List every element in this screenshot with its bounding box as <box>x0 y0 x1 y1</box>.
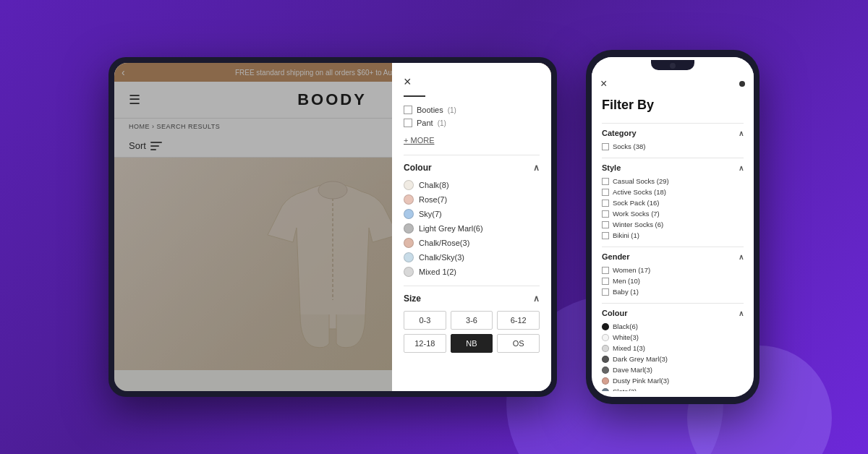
slate-dot <box>602 388 609 392</box>
lightgreymarl-label: Light Grey Marl(6) <box>419 224 483 233</box>
filter-more-button[interactable]: + MORE <box>404 136 540 145</box>
color-option-mixed[interactable]: Mixed 1(2) <box>404 267 540 277</box>
phone-darkgreymarl-row[interactable]: Dark Grey Marl(3) <box>602 355 744 363</box>
chalkrose-label: Chalk/Rose(3) <box>419 239 469 247</box>
size-3-6[interactable]: 3-6 <box>451 311 493 330</box>
phone-women-row[interactable]: Women (17) <box>602 266 744 274</box>
colour-section-header[interactable]: Colour ∧ <box>404 155 540 173</box>
phone-style-title: Style <box>602 163 621 172</box>
size-section-header[interactable]: Size ∧ <box>404 286 540 304</box>
mixed1-dot <box>602 345 609 352</box>
phone-category-header[interactable]: Category ∧ <box>602 123 744 142</box>
phone-close-button[interactable]: × <box>600 77 607 90</box>
phone-device: × Filter By Category ∧ Socks (38) <box>586 50 760 404</box>
modal-close-button[interactable]: × <box>404 74 540 90</box>
phone-casual-row[interactable]: Casual Socks (29) <box>602 177 744 185</box>
size-filter-section: Size ∧ 0-3 3-6 6-12 12-18 NB OS <box>404 286 540 353</box>
phone-men-checkbox[interactable] <box>602 278 609 285</box>
sky-label: Sky(7) <box>419 210 442 218</box>
phone-colour-chevron: ∧ <box>739 309 744 317</box>
dustypink-dot <box>602 377 609 385</box>
phone-bikini-label: Bikini (1) <box>613 231 639 239</box>
size-chevron-icon: ∧ <box>533 294 540 304</box>
phone-bikini-row[interactable]: Bikini (1) <box>602 231 744 239</box>
rose-label: Rose(7) <box>419 195 447 204</box>
colour-chevron-icon: ∧ <box>533 163 540 173</box>
phone-gender-header[interactable]: Gender ∧ <box>602 247 744 266</box>
phone-bikini-checkbox[interactable] <box>602 232 609 239</box>
phone-style-section: Style ∧ Casual Socks (29) Active Socks (… <box>602 158 744 239</box>
phone-colour-header[interactable]: Colour ∧ <box>602 303 744 322</box>
size-0-3[interactable]: 0-3 <box>404 311 446 330</box>
filter-row-booties[interactable]: Booties (1) <box>404 106 540 114</box>
colour-title: Colour <box>404 163 432 173</box>
phone-baby-checkbox[interactable] <box>602 288 609 296</box>
phone-men-row[interactable]: Men (10) <box>602 277 744 285</box>
phone-baby-row[interactable]: Baby (1) <box>602 288 744 296</box>
phone-davemarl-row[interactable]: Dave Marl(3) <box>602 366 744 374</box>
white-dot <box>602 334 609 341</box>
phone-worksocks-label: Work Socks (7) <box>613 210 660 218</box>
phone-white-row[interactable]: White(3) <box>602 333 744 341</box>
phone-mixed1-row[interactable]: Mixed 1(3) <box>602 344 744 352</box>
phone-sockpack-row[interactable]: Sock Pack (16) <box>602 199 744 207</box>
phone-active-row[interactable]: Active Socks (18) <box>602 188 744 196</box>
phone-active-checkbox[interactable] <box>602 189 609 196</box>
phone-wintersocks-row[interactable]: Winter Socks (6) <box>602 220 744 228</box>
black-dot <box>602 323 609 330</box>
pant-checkbox[interactable] <box>404 119 412 127</box>
chalk-label: Chalk(8) <box>419 181 449 189</box>
color-option-lightgreymarl[interactable]: Light Grey Marl(6) <box>404 223 540 234</box>
phone-casual-label: Casual Socks (29) <box>613 177 669 185</box>
phone-gender-chevron: ∧ <box>739 253 744 261</box>
color-option-chalk[interactable]: Chalk(8) <box>404 180 540 190</box>
booties-label: Booties <box>417 106 443 114</box>
phone-style-header[interactable]: Style ∧ <box>602 158 744 177</box>
phone-slate-label: Slate(3) <box>613 387 637 391</box>
phone-darkgreymarl-label: Dark Grey Marl(3) <box>613 355 668 363</box>
phone-davemarl-label: Dave Marl(3) <box>613 366 652 374</box>
filter-modal-panel: × Booties (1) Pant (1) <box>392 63 551 391</box>
chalksky-swatch <box>404 252 414 262</box>
phone-women-checkbox[interactable] <box>602 267 609 274</box>
filter-modal-overlay[interactable]: × Booties (1) Pant (1) <box>114 63 551 391</box>
mixed-label: Mixed 1(2) <box>419 267 456 276</box>
phone-gender-title: Gender <box>602 252 630 261</box>
size-6-12[interactable]: 6-12 <box>497 311 540 330</box>
phone-casual-checkbox[interactable] <box>602 178 609 185</box>
phone-filter-title: Filter By <box>602 98 744 113</box>
color-option-rose[interactable]: Rose(7) <box>404 194 540 205</box>
size-os[interactable]: OS <box>497 334 540 353</box>
phone-sockpack-checkbox[interactable] <box>602 200 609 207</box>
pant-count: (1) <box>438 119 446 127</box>
phone-screen: × Filter By Category ∧ Socks (38) <box>592 57 754 397</box>
phone-colour-section: Colour ∧ Black(6) White(3) Mixed 1(3) <box>602 303 744 391</box>
booties-checkbox[interactable] <box>404 106 412 114</box>
color-option-sky[interactable]: Sky(7) <box>404 209 540 219</box>
phone-mixed1-label: Mixed 1(3) <box>613 344 645 352</box>
devices-container: ‹ FREE standard shipping on all orders $… <box>109 50 760 404</box>
phone-black-row[interactable]: Black(6) <box>602 322 744 330</box>
phone-wintersocks-label: Winter Socks (6) <box>613 220 663 228</box>
phone-wintersocks-checkbox[interactable] <box>602 221 609 228</box>
phone-worksocks-row[interactable]: Work Socks (7) <box>602 210 744 218</box>
color-option-chalksky[interactable]: Chalk/Sky(3) <box>404 252 540 262</box>
phone-baby-label: Baby (1) <box>613 288 639 296</box>
phone-dustypink-row[interactable]: Dusty Pink Marl(3) <box>602 377 744 385</box>
size-title: Size <box>404 294 421 304</box>
mixed-swatch <box>404 267 414 277</box>
pant-label: Pant <box>417 119 433 127</box>
phone-socks-checkbox[interactable] <box>602 143 609 150</box>
size-nb[interactable]: NB <box>451 334 493 353</box>
phone-socks-row[interactable]: Socks (38) <box>602 142 744 150</box>
phone-slate-row[interactable]: Slate(3) <box>602 387 744 391</box>
phone-worksocks-checkbox[interactable] <box>602 210 609 218</box>
booties-count: (1) <box>448 106 456 114</box>
size-12-18[interactable]: 12-18 <box>404 334 446 353</box>
chalk-swatch <box>404 180 414 190</box>
phone-style-chevron: ∧ <box>739 164 744 172</box>
phone-category-chevron: ∧ <box>739 129 744 137</box>
color-option-chalkrose[interactable]: Chalk/Rose(3) <box>404 238 540 248</box>
phone-colour-title: Colour <box>602 309 627 317</box>
filter-row-pant[interactable]: Pant (1) <box>404 119 540 127</box>
